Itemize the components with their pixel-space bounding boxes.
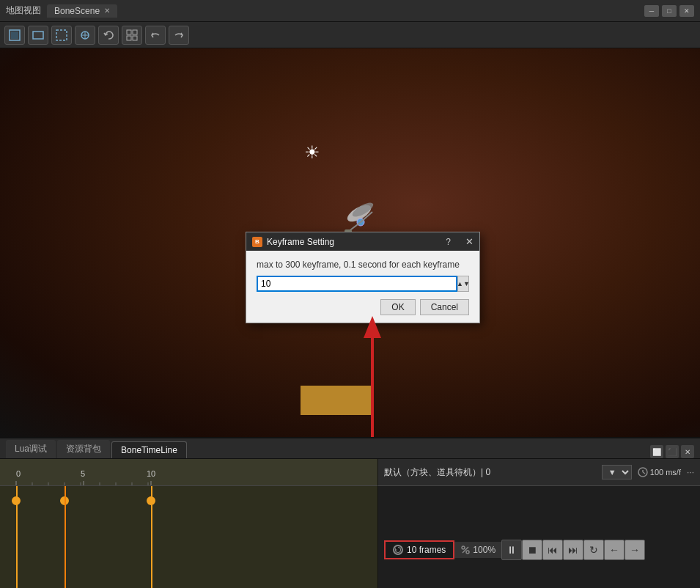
left-title-label: 地图视图 xyxy=(6,4,41,17)
svg-rect-2 xyxy=(33,32,43,39)
track-dropdown[interactable]: ▼ xyxy=(602,465,632,479)
tab-close-button[interactable]: ✕ xyxy=(681,445,694,458)
tab-controls: ⬜ ⬛ ✕ xyxy=(650,445,694,458)
bonescene-tab[interactable]: BoneScene ✕ xyxy=(47,4,117,18)
track-name-label: 默认（方块、道具待机）| 0 xyxy=(384,466,596,479)
toolbar-btn-grid[interactable] xyxy=(122,26,142,45)
fps-label: 100 ms/f xyxy=(650,468,681,477)
toolbar-btn-undo2[interactable] xyxy=(145,26,166,45)
frames-count-button[interactable]: 10 frames xyxy=(384,540,454,559)
svg-text:10: 10 xyxy=(147,469,155,478)
window-controls: ─ □ ✕ xyxy=(644,5,694,17)
fps-display: 100 ms/f xyxy=(638,467,681,477)
dialog-close-button[interactable]: ✕ xyxy=(465,236,474,247)
next-button[interactable]: ⏭ xyxy=(563,540,583,560)
stop-button[interactable]: ⏹ xyxy=(522,540,542,560)
kf-marker-10[interactable] xyxy=(145,495,158,507)
svg-point-38 xyxy=(466,551,469,554)
tab-bonetimeline[interactable]: BoneTimeLine xyxy=(111,441,187,458)
tab-dock-button[interactable]: ⬛ xyxy=(666,445,679,458)
tab-float-button[interactable]: ⬜ xyxy=(650,445,663,458)
dialog-help-button[interactable]: ? xyxy=(446,237,451,247)
frames-label: 10 frames xyxy=(407,545,446,555)
toolbar-btn-redo[interactable] xyxy=(169,26,189,45)
minimize-button[interactable]: ─ xyxy=(644,5,659,17)
dialog-input-row: ▲▼ xyxy=(257,276,469,292)
tab-lua[interactable]: Lua调试 xyxy=(6,440,56,458)
dialog-app-icon: B xyxy=(252,237,262,247)
svg-text:0: 0 xyxy=(16,469,21,478)
tab-close-icon[interactable]: ✕ xyxy=(104,7,110,15)
restore-button[interactable]: □ xyxy=(662,5,677,17)
fwd-button[interactable]: → xyxy=(625,540,645,560)
dialog-titlebar: B Keyframe Setting ? ✕ xyxy=(246,232,479,251)
keyframe-row: 10 frames 100% ⏸ ⏹ ⏮ ⏭ ↻ ← → xyxy=(0,485,700,588)
svg-rect-3 xyxy=(56,30,67,40)
svg-line-36 xyxy=(643,472,645,474)
title-bar: 地图视图 BoneScene ✕ ─ □ ✕ xyxy=(0,0,700,22)
toolbar-btn-transform[interactable] xyxy=(75,26,95,45)
keyframe-setting-dialog: B Keyframe Setting ? ✕ max to 300 keyfra… xyxy=(246,232,480,323)
svg-rect-7 xyxy=(127,30,131,34)
playhead-line xyxy=(65,486,66,588)
dialog-description: max to 300 keyframe, 0.1 second for each… xyxy=(257,260,469,270)
dialog-title: Keyframe Setting xyxy=(267,237,441,247)
toolbar xyxy=(0,22,700,48)
back-button[interactable]: ← xyxy=(604,540,625,560)
keyframe-input[interactable] xyxy=(257,276,457,292)
timeline-ruler-row: 0 5 xyxy=(0,459,700,485)
tab-resource[interactable]: 资源背包 xyxy=(57,440,110,458)
bottom-panel: Lua调试 资源背包 BoneTimeLine ⬜ ⬛ ✕ 0 xyxy=(0,437,700,588)
timeline-track-header: 默认（方块、道具待机）| 0 ▼ 100 ms/f ··· xyxy=(377,459,700,485)
viewport: ☀ B Keyframe Setting ? ✕ xyxy=(0,48,700,437)
svg-point-37 xyxy=(462,546,465,549)
ruler-bg: 0 5 xyxy=(0,459,377,485)
close-button[interactable]: ✕ xyxy=(679,5,694,17)
timeline-area: 0 5 xyxy=(0,459,700,588)
kf-marker-0[interactable] xyxy=(10,495,23,507)
toolbar-btn-rect[interactable] xyxy=(28,26,48,45)
timeline-ruler: 0 5 xyxy=(0,459,377,485)
ok-button[interactable]: OK xyxy=(380,299,415,315)
toolbar-btn-move[interactable] xyxy=(51,26,72,45)
percent-display: 100% xyxy=(454,542,501,558)
loop-button[interactable]: ↻ xyxy=(583,540,604,560)
prev-button[interactable]: ⏮ xyxy=(542,540,563,560)
svg-rect-8 xyxy=(133,30,137,34)
dialog-actions: OK Cancel xyxy=(257,299,469,315)
svg-rect-10 xyxy=(133,36,137,40)
keyframe-track xyxy=(0,485,377,588)
track-more-button[interactable]: ··· xyxy=(687,467,694,477)
spin-button[interactable]: ▲▼ xyxy=(457,276,469,292)
svg-rect-9 xyxy=(127,36,131,40)
svg-text:5: 5 xyxy=(81,469,85,478)
cancel-button[interactable]: Cancel xyxy=(420,299,469,315)
svg-rect-19 xyxy=(0,459,377,485)
percent-label: 100% xyxy=(473,545,495,555)
keyframe-right-area: 10 frames 100% ⏸ ⏹ ⏮ ⏭ ↻ ← → xyxy=(377,485,700,588)
svg-rect-1 xyxy=(11,32,18,39)
frames-icon xyxy=(393,545,403,555)
dialog-body: max to 300 keyframe, 0.1 second for each… xyxy=(246,251,479,323)
pause-button[interactable]: ⏸ xyxy=(501,540,522,560)
bottom-tabs: Lua调试 资源背包 BoneTimeLine ⬜ ⬛ ✕ xyxy=(0,438,700,459)
dialog-overlay: B Keyframe Setting ? ✕ max to 300 keyfra… xyxy=(0,48,700,437)
toolbar-btn-select[interactable] xyxy=(4,26,25,45)
tab-label: BoneScene xyxy=(54,6,100,16)
toolbar-btn-undo[interactable] xyxy=(98,26,119,45)
